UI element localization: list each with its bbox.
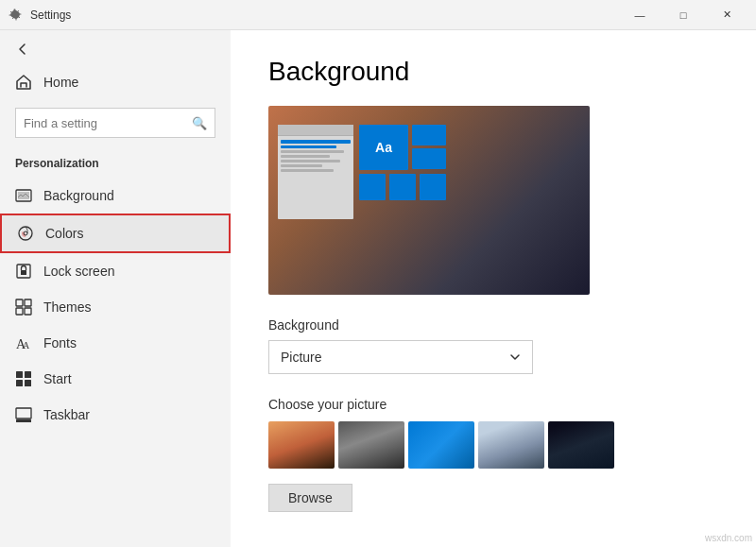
settings-window-icon <box>8 8 23 23</box>
sidebar-label-themes: Themes <box>43 299 92 315</box>
themes-icon <box>15 299 32 316</box>
chevron-down-icon <box>509 351 521 363</box>
sidebar-item-background[interactable]: Background <box>0 178 231 214</box>
svg-rect-18 <box>16 419 31 422</box>
choose-picture-section: Choose your picture Browse <box>268 397 718 512</box>
sidebar-label-background: Background <box>43 188 114 203</box>
preview-aa-text: Aa <box>375 140 392 155</box>
preview-left-panel <box>278 125 353 219</box>
svg-rect-17 <box>16 408 31 419</box>
maximize-button[interactable]: □ <box>662 0 705 30</box>
fonts-icon: A A <box>15 334 32 351</box>
background-dropdown[interactable]: Picture <box>268 340 533 374</box>
sidebar-label-start: Start <box>43 371 72 386</box>
home-icon <box>15 74 32 91</box>
svg-rect-6 <box>21 270 26 275</box>
svg-text:A: A <box>23 340 30 350</box>
title-bar: Settings — □ ✕ <box>0 0 756 30</box>
svg-rect-9 <box>16 308 23 315</box>
start-icon <box>15 370 32 387</box>
sidebar-label-fonts: Fonts <box>43 335 77 350</box>
main-content: Background <box>231 30 756 547</box>
background-preview: Aa <box>268 106 590 295</box>
background-icon <box>15 187 32 204</box>
lock-screen-icon <box>15 263 32 280</box>
taskbar-icon <box>15 406 32 423</box>
background-setting: Background Picture <box>268 317 718 374</box>
search-box[interactable]: 🔍 <box>15 108 215 138</box>
svg-rect-8 <box>25 299 31 306</box>
preview-right-tiles: Aa <box>359 125 446 219</box>
dropdown-value: Picture <box>281 350 322 365</box>
search-input[interactable] <box>24 116 192 130</box>
browse-button[interactable]: Browse <box>268 484 352 512</box>
back-icon <box>15 42 30 57</box>
svg-rect-14 <box>25 371 31 378</box>
thumbnail-1[interactable] <box>268 421 335 469</box>
sidebar-label-lock-screen: Lock screen <box>43 264 114 279</box>
colors-icon <box>17 225 34 242</box>
sidebar: Home 🔍 Personalization Background <box>0 30 231 547</box>
sidebar-home[interactable]: Home <box>0 64 231 100</box>
sidebar-label-taskbar: Taskbar <box>43 407 90 422</box>
svg-rect-13 <box>16 371 23 378</box>
choose-picture-label: Choose your picture <box>268 397 718 412</box>
preview-overlay: Aa <box>278 125 446 219</box>
page-title: Background <box>268 57 718 87</box>
background-dropdown-wrapper: Picture <box>268 340 533 374</box>
sidebar-item-themes[interactable]: Themes <box>0 289 231 325</box>
sidebar-item-start[interactable]: Start <box>0 361 231 397</box>
svg-rect-15 <box>16 380 23 386</box>
app-container: Home 🔍 Personalization Background <box>0 30 756 547</box>
sidebar-label-colors: Colors <box>45 226 83 241</box>
thumbnail-4[interactable] <box>478 421 544 469</box>
sidebar-item-lock-screen[interactable]: Lock screen <box>0 253 231 289</box>
title-bar-title: Settings <box>30 9 71 22</box>
minimize-button[interactable]: — <box>618 0 662 30</box>
svg-rect-10 <box>25 308 31 315</box>
title-bar-left: Settings <box>8 8 71 23</box>
personalization-section-label: Personalization <box>0 145 231 178</box>
thumbnails-row <box>268 421 718 469</box>
title-bar-controls: — □ ✕ <box>618 0 748 30</box>
thumbnail-3[interactable] <box>408 421 474 469</box>
svg-rect-16 <box>25 380 31 386</box>
home-label: Home <box>43 75 78 90</box>
sidebar-item-colors[interactable]: Colors <box>0 214 231 253</box>
sidebar-item-taskbar[interactable]: Taskbar <box>0 397 231 433</box>
back-button[interactable] <box>0 34 231 64</box>
svg-rect-7 <box>16 299 23 306</box>
close-button[interactable]: ✕ <box>705 0 748 30</box>
background-dropdown-label: Background <box>268 317 718 333</box>
thumbnail-5[interactable] <box>548 421 614 469</box>
sidebar-item-fonts[interactable]: A A Fonts <box>0 325 231 361</box>
thumbnail-2[interactable] <box>338 421 404 469</box>
watermark: wsxdn.com <box>705 533 752 543</box>
search-icon: 🔍 <box>192 116 207 130</box>
